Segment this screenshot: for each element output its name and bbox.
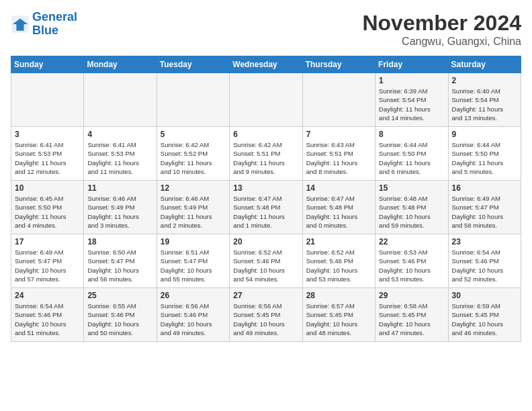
logo-text: GeneralBlue: [32, 11, 77, 38]
day-info: Sunrise: 6:53 AM Sunset: 5:46 PM Dayligh…: [379, 248, 444, 283]
calendar-cell: 7Sunrise: 6:43 AM Sunset: 5:51 PM Daylig…: [302, 127, 375, 181]
day-number: 13: [233, 183, 298, 193]
calendar-cell: 15Sunrise: 6:48 AM Sunset: 5:48 PM Dayli…: [375, 181, 448, 234]
week-row-2: 3Sunrise: 6:41 AM Sunset: 5:53 PM Daylig…: [11, 127, 521, 181]
day-number: 14: [306, 183, 371, 193]
day-info: Sunrise: 6:41 AM Sunset: 5:53 PM Dayligh…: [87, 140, 152, 176]
weekday-header-monday: Monday: [84, 56, 157, 73]
day-number: 28: [306, 291, 371, 300]
day-info: Sunrise: 6:39 AM Sunset: 5:54 PM Dayligh…: [379, 87, 444, 122]
day-number: 17: [15, 237, 80, 246]
day-number: 7: [306, 130, 371, 139]
calendar-cell: 2Sunrise: 6:40 AM Sunset: 5:54 PM Daylig…: [448, 73, 521, 127]
week-row-5: 24Sunrise: 6:54 AM Sunset: 5:46 PM Dayli…: [11, 288, 521, 342]
weekday-header-friday: Friday: [375, 56, 448, 73]
week-row-4: 17Sunrise: 6:49 AM Sunset: 5:47 PM Dayli…: [11, 234, 521, 288]
calendar-cell: 13Sunrise: 6:47 AM Sunset: 5:48 PM Dayli…: [230, 181, 302, 234]
day-number: 22: [379, 237, 444, 246]
calendar-cell: [157, 73, 229, 127]
calendar-cell: 16Sunrise: 6:49 AM Sunset: 5:47 PM Dayli…: [448, 181, 521, 234]
calendar-cell: 5Sunrise: 6:42 AM Sunset: 5:52 PM Daylig…: [157, 127, 229, 181]
day-number: 3: [15, 130, 80, 139]
calendar-cell: [230, 73, 302, 127]
day-info: Sunrise: 6:47 AM Sunset: 5:48 PM Dayligh…: [233, 194, 298, 230]
calendar-cell: 30Sunrise: 6:59 AM Sunset: 5:45 PM Dayli…: [448, 288, 521, 342]
day-number: 29: [379, 291, 444, 300]
logo: GeneralBlue: [11, 11, 77, 38]
day-number: 1: [379, 76, 444, 85]
day-info: Sunrise: 6:52 AM Sunset: 5:46 PM Dayligh…: [233, 248, 298, 283]
day-info: Sunrise: 6:40 AM Sunset: 5:54 PM Dayligh…: [452, 87, 517, 122]
calendar-cell: 6Sunrise: 6:42 AM Sunset: 5:51 PM Daylig…: [230, 127, 302, 181]
day-info: Sunrise: 6:51 AM Sunset: 5:47 PM Dayligh…: [161, 248, 226, 283]
weekday-header-saturday: Saturday: [448, 56, 521, 73]
day-number: 30: [452, 291, 517, 300]
day-number: 4: [87, 130, 152, 139]
day-number: 6: [233, 130, 298, 139]
day-number: 11: [87, 183, 152, 193]
weekday-header-sunday: Sunday: [11, 56, 84, 73]
weekday-header-wednesday: Wednesday: [230, 56, 302, 73]
title-block: November 2024 Cangwu, Guangxi, China: [362, 11, 521, 48]
weekday-header-row: SundayMondayTuesdayWednesdayThursdayFrid…: [11, 56, 521, 73]
day-info: Sunrise: 6:46 AM Sunset: 5:49 PM Dayligh…: [87, 194, 152, 230]
calendar-cell: 22Sunrise: 6:53 AM Sunset: 5:46 PM Dayli…: [375, 234, 448, 288]
day-number: 10: [15, 183, 80, 193]
day-number: 15: [379, 183, 444, 193]
day-info: Sunrise: 6:56 AM Sunset: 5:45 PM Dayligh…: [233, 302, 298, 337]
logo-icon: [11, 15, 30, 34]
calendar-cell: 1Sunrise: 6:39 AM Sunset: 5:54 PM Daylig…: [375, 73, 448, 127]
day-number: 18: [87, 237, 152, 246]
calendar-cell: 24Sunrise: 6:54 AM Sunset: 5:46 PM Dayli…: [11, 288, 84, 342]
calendar-cell: 8Sunrise: 6:44 AM Sunset: 5:50 PM Daylig…: [375, 127, 448, 181]
day-info: Sunrise: 6:42 AM Sunset: 5:51 PM Dayligh…: [233, 140, 298, 176]
day-number: 12: [161, 183, 226, 193]
page-header: GeneralBlue November 2024 Cangwu, Guangx…: [11, 11, 521, 48]
day-number: 8: [379, 130, 444, 139]
calendar-cell: 27Sunrise: 6:56 AM Sunset: 5:45 PM Dayli…: [230, 288, 302, 342]
calendar-cell: 23Sunrise: 6:54 AM Sunset: 5:46 PM Dayli…: [448, 234, 521, 288]
calendar-cell: 21Sunrise: 6:52 AM Sunset: 5:46 PM Dayli…: [302, 234, 375, 288]
day-info: Sunrise: 6:47 AM Sunset: 5:48 PM Dayligh…: [306, 194, 371, 230]
calendar-cell: [302, 73, 375, 127]
calendar-cell: 10Sunrise: 6:45 AM Sunset: 5:50 PM Dayli…: [11, 181, 84, 234]
day-number: 20: [233, 237, 298, 246]
week-row-3: 10Sunrise: 6:45 AM Sunset: 5:50 PM Dayli…: [11, 181, 521, 234]
day-info: Sunrise: 6:46 AM Sunset: 5:49 PM Dayligh…: [161, 194, 226, 230]
day-info: Sunrise: 6:52 AM Sunset: 5:46 PM Dayligh…: [306, 248, 371, 283]
calendar-cell: 26Sunrise: 6:56 AM Sunset: 5:46 PM Dayli…: [157, 288, 229, 342]
day-info: Sunrise: 6:49 AM Sunset: 5:47 PM Dayligh…: [15, 248, 80, 283]
day-number: 19: [161, 237, 226, 246]
day-number: 21: [306, 237, 371, 246]
day-info: Sunrise: 6:55 AM Sunset: 5:46 PM Dayligh…: [87, 302, 152, 337]
day-info: Sunrise: 6:42 AM Sunset: 5:52 PM Dayligh…: [161, 140, 226, 176]
day-number: 27: [233, 291, 298, 300]
day-info: Sunrise: 6:41 AM Sunset: 5:53 PM Dayligh…: [15, 140, 80, 176]
calendar-cell: 25Sunrise: 6:55 AM Sunset: 5:46 PM Dayli…: [84, 288, 157, 342]
day-info: Sunrise: 6:50 AM Sunset: 5:47 PM Dayligh…: [87, 248, 152, 283]
day-number: 5: [161, 130, 226, 139]
calendar-table: SundayMondayTuesdayWednesdayThursdayFrid…: [11, 56, 521, 342]
day-number: 2: [452, 76, 517, 85]
weekday-header-thursday: Thursday: [302, 56, 375, 73]
day-number: 26: [161, 291, 226, 300]
day-info: Sunrise: 6:48 AM Sunset: 5:48 PM Dayligh…: [379, 194, 444, 230]
week-row-1: 1Sunrise: 6:39 AM Sunset: 5:54 PM Daylig…: [11, 73, 521, 127]
day-info: Sunrise: 6:59 AM Sunset: 5:45 PM Dayligh…: [452, 302, 517, 337]
day-info: Sunrise: 6:56 AM Sunset: 5:46 PM Dayligh…: [161, 302, 226, 337]
day-number: 9: [452, 130, 517, 139]
calendar-cell: 14Sunrise: 6:47 AM Sunset: 5:48 PM Dayli…: [302, 181, 375, 234]
day-info: Sunrise: 6:57 AM Sunset: 5:45 PM Dayligh…: [306, 302, 371, 337]
calendar-cell: 3Sunrise: 6:41 AM Sunset: 5:53 PM Daylig…: [11, 127, 84, 181]
weekday-header-tuesday: Tuesday: [157, 56, 229, 73]
calendar-cell: 4Sunrise: 6:41 AM Sunset: 5:53 PM Daylig…: [84, 127, 157, 181]
day-info: Sunrise: 6:45 AM Sunset: 5:50 PM Dayligh…: [15, 194, 80, 230]
calendar-subtitle: Cangwu, Guangxi, China: [362, 36, 521, 48]
calendar-cell: 29Sunrise: 6:58 AM Sunset: 5:45 PM Dayli…: [375, 288, 448, 342]
calendar-title: November 2024: [362, 11, 521, 36]
day-info: Sunrise: 6:49 AM Sunset: 5:47 PM Dayligh…: [452, 194, 517, 230]
calendar-cell: 12Sunrise: 6:46 AM Sunset: 5:49 PM Dayli…: [157, 181, 229, 234]
calendar-cell: 20Sunrise: 6:52 AM Sunset: 5:46 PM Dayli…: [230, 234, 302, 288]
day-number: 16: [452, 183, 517, 193]
calendar-cell: 28Sunrise: 6:57 AM Sunset: 5:45 PM Dayli…: [302, 288, 375, 342]
